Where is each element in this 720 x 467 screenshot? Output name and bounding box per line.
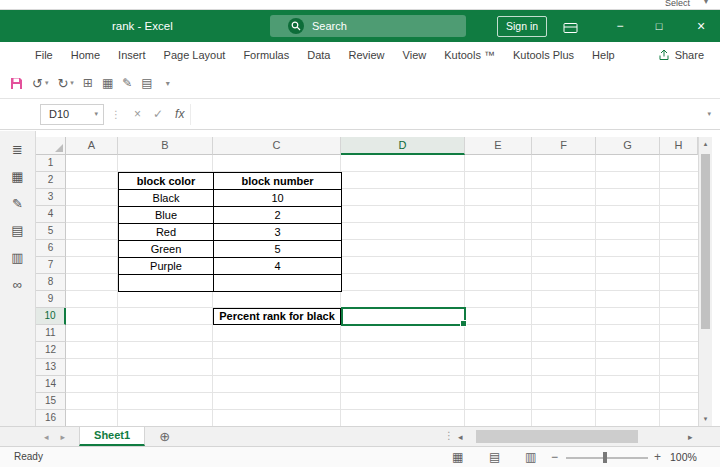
add-sheet-icon[interactable]: ⊕ [159, 429, 170, 444]
undo-dropdown-icon[interactable]: ▾ [45, 79, 49, 87]
grid-icon[interactable]: ▦ [11, 170, 23, 184]
row-header-1[interactable]: 1 [36, 155, 66, 172]
row-header-6[interactable]: 6 [36, 240, 66, 257]
printer-icon[interactable]: ▤ [11, 224, 23, 238]
table-icon[interactable]: ⊞ [83, 76, 93, 90]
sign-in-button[interactable]: Sign in [497, 16, 547, 37]
column-header-A[interactable]: A [66, 137, 118, 155]
row-header-10[interactable]: 10 [36, 308, 66, 325]
redo-dropdown-icon[interactable]: ▾ [70, 79, 74, 87]
selected-cell-D10[interactable] [341, 307, 466, 326]
cell-B5[interactable]: Red [119, 224, 214, 241]
insert-function-icon[interactable]: fx [169, 107, 190, 121]
minimize-button[interactable]: − [604, 10, 636, 42]
cell-C2[interactable]: block number [214, 173, 342, 190]
cell-C3[interactable]: 10 [214, 190, 342, 207]
page-layout-view-icon[interactable]: ▤ [489, 447, 500, 467]
column-header-D[interactable]: D [341, 137, 465, 155]
cell-B8[interactable] [119, 275, 214, 292]
cell-C6[interactable]: 5 [214, 241, 342, 258]
row-header-5[interactable]: 5 [36, 223, 66, 240]
fill-handle[interactable] [460, 320, 467, 327]
cell-B7[interactable]: Purple [119, 258, 214, 275]
row-header-14[interactable]: 14 [36, 376, 66, 393]
column-header-H[interactable]: H [660, 137, 698, 155]
cell-B3[interactable]: Black [119, 190, 214, 207]
column-header-G[interactable]: G [596, 137, 660, 155]
sheet-nav-prev-icon[interactable]: ◂ [38, 432, 55, 442]
table-icon[interactable]: ▥ [11, 251, 23, 265]
tab-view[interactable]: View [394, 49, 436, 61]
sheet-tab-sheet1[interactable]: Sheet1 [79, 427, 145, 446]
row-header-7[interactable]: 7 [36, 257, 66, 274]
cancel-icon[interactable]: × [128, 107, 147, 121]
row-header-9[interactable]: 9 [36, 291, 66, 308]
cell-B4[interactable]: Blue [119, 207, 214, 224]
zoom-level[interactable]: 100% [670, 447, 697, 467]
tab-home[interactable]: Home [62, 49, 109, 61]
maximize-button[interactable]: □ [643, 10, 675, 42]
enter-icon[interactable]: ✓ [147, 107, 169, 121]
zoom-slider-thumb[interactable] [603, 452, 607, 463]
vertical-scrollbar[interactable]: ▴ ▾ [698, 137, 712, 426]
save-icon[interactable] [10, 77, 23, 90]
page-icon[interactable]: ▤ [141, 76, 152, 90]
row-header-3[interactable]: 3 [36, 189, 66, 206]
zoom-in-button[interactable]: + [654, 447, 661, 467]
menu-icon[interactable]: ≣ [12, 143, 23, 157]
search-box[interactable]: Search [270, 15, 466, 37]
zoom-out-button[interactable]: − [551, 447, 558, 467]
tab-kutools[interactable]: Kutools ™ [435, 49, 504, 61]
scroll-right-icon[interactable]: ▸ [688, 432, 693, 442]
sheet-nav-next-icon[interactable]: ▸ [55, 432, 72, 442]
formula-bar-handle[interactable]: ⋮ [111, 109, 121, 120]
page-break-view-icon[interactable]: ▥ [525, 447, 536, 467]
cell-C8[interactable] [214, 275, 342, 292]
horizontal-scrollbar-thumb[interactable] [476, 430, 638, 443]
redo-button[interactable]: ↻ ▾ [57, 77, 73, 90]
pencil-icon[interactable]: ✎ [122, 76, 132, 90]
formula-bar-expand-icon[interactable]: ▾ [707, 110, 711, 118]
column-header-F[interactable]: F [532, 137, 596, 155]
binoculars-icon[interactable]: ∞ [13, 278, 22, 292]
tab-data[interactable]: Data [298, 49, 339, 61]
row-header-16[interactable]: 16 [36, 410, 66, 426]
row-header-11[interactable]: 11 [36, 325, 66, 342]
ribbon-display-options-icon[interactable] [563, 20, 578, 38]
vertical-scrollbar-thumb[interactable] [701, 154, 710, 329]
scroll-left-icon[interactable]: ◂ [458, 432, 463, 442]
pencil-icon[interactable]: ✎ [12, 197, 23, 211]
name-box[interactable]: D10 ▾ [40, 104, 104, 125]
cell-C7[interactable]: 4 [214, 258, 342, 275]
cell-C4[interactable]: 2 [214, 207, 342, 224]
zoom-slider[interactable] [566, 457, 648, 459]
row-header-13[interactable]: 13 [36, 359, 66, 376]
cell-B2[interactable]: block color [119, 173, 214, 190]
cell-B6[interactable]: Green [119, 241, 214, 258]
tab-page-layout[interactable]: Page Layout [155, 49, 235, 61]
tab-kutools-plus[interactable]: Kutools Plus [504, 49, 583, 61]
tab-insert[interactable]: Insert [109, 49, 155, 61]
row-header-4[interactable]: 4 [36, 206, 66, 223]
tab-bar-resize-handle[interactable]: ⋮ [444, 430, 454, 441]
tab-help[interactable]: Help [583, 49, 624, 61]
grid-icon[interactable]: ▦ [102, 76, 113, 90]
column-header-E[interactable]: E [465, 137, 532, 155]
cell-C10-label[interactable]: Percent rank for black [213, 308, 341, 325]
select-all-button[interactable] [36, 137, 66, 155]
grid[interactable]: block color block number Black 10 Blue 2… [66, 155, 698, 426]
row-header-15[interactable]: 15 [36, 393, 66, 410]
row-header-2[interactable]: 2 [36, 172, 66, 189]
cell-C5[interactable]: 3 [214, 224, 342, 241]
customize-qat-icon[interactable]: ▾ [166, 79, 170, 88]
tab-review[interactable]: Review [339, 49, 393, 61]
scroll-up-icon[interactable]: ▴ [699, 140, 712, 148]
share-button[interactable]: Share [658, 42, 704, 68]
scroll-down-icon[interactable]: ▾ [699, 415, 712, 423]
name-box-dropdown-icon[interactable]: ▾ [94, 110, 98, 118]
row-header-8[interactable]: 8 [36, 274, 66, 291]
normal-view-icon[interactable]: ▦ [452, 447, 463, 467]
formula-input[interactable] [190, 104, 698, 125]
close-button[interactable]: × [682, 10, 720, 42]
tab-file[interactable]: File [26, 49, 62, 61]
